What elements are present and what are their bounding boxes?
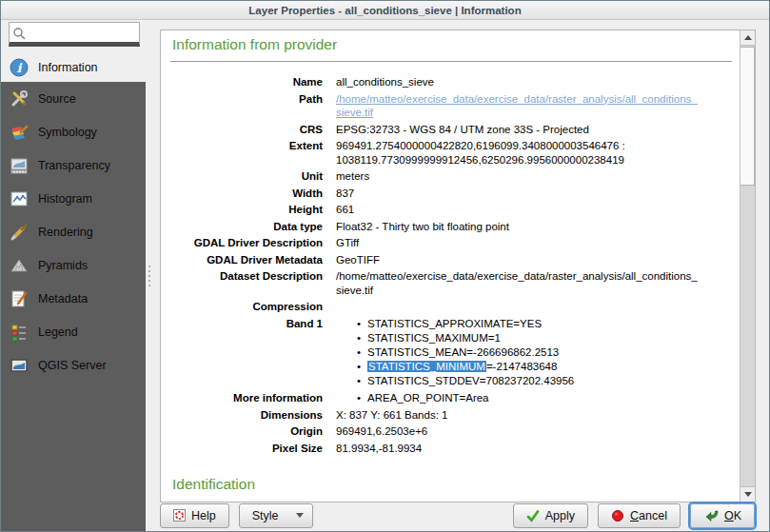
scroll-down-button[interactable] <box>740 486 755 502</box>
sidebar-item-label: QGIS Server <box>38 359 107 372</box>
sidebar-item-source[interactable]: Source <box>1 82 146 115</box>
property-label: Dimensions <box>168 408 323 423</box>
sidebar-item-label: Pyramids <box>38 259 88 272</box>
property-label: Band 1 <box>168 317 323 388</box>
style-button[interactable]: Style <box>239 503 313 528</box>
statistic-item: STATISTICS_APPROXIMATE=YES <box>367 317 574 331</box>
property-label: Name <box>168 75 323 89</box>
sidebar-item-transparency[interactable]: Transparency <box>1 148 146 182</box>
sidebar-item-label: Symbology <box>38 126 97 139</box>
sidebar-item-information[interactable]: i Information <box>1 53 146 82</box>
property-value: 969491.2754000000422820,6196099.34080000… <box>336 139 700 167</box>
sidebar-item-histogram[interactable]: Histogram <box>1 182 146 215</box>
statistic-item: STATISTICS_STDDEV=708237202.43956 <box>367 374 574 388</box>
apply-button[interactable]: Apply <box>513 503 588 528</box>
style-label: Style <box>252 509 279 522</box>
source-icon <box>10 89 29 108</box>
property-row: CRS EPSG:32733 - WGS 84 / UTM zone 33S -… <box>168 123 734 137</box>
sidebar-item-label: Transparency <box>38 159 110 172</box>
property-value: STATISTICS_APPROXIMATE=YES STATISTICS_MA… <box>336 317 574 388</box>
sidebar-splitter-handle[interactable] <box>148 266 151 294</box>
sidebar-item-metadata[interactable]: Metadata <box>1 282 146 315</box>
help-icon <box>173 509 186 522</box>
window-title: Layer Properties - all_conditions_sieve … <box>1 1 769 20</box>
ok-label: OK <box>724 509 741 522</box>
path-link[interactable]: /home/matteo/exercise_data/exercise_data… <box>336 93 698 119</box>
property-row: Height 661 <box>168 203 734 217</box>
more-information-item: AREA_OR_POINT=Area <box>367 391 489 405</box>
ok-button[interactable]: OK <box>690 503 755 528</box>
statistic-item: STATISTICS_MAXIMUM=1 <box>367 331 574 345</box>
sidebar-item-label: Legend <box>38 325 78 339</box>
property-row-band1: Band 1 STATISTICS_APPROXIMATE=YES STATIS… <box>168 317 734 388</box>
scrollbar-thumb[interactable] <box>740 47 755 186</box>
layer-properties-dialog: Layer Properties - all_conditions_sieve … <box>0 0 770 532</box>
property-value: meters <box>336 169 369 184</box>
checkmark-icon <box>526 509 540 522</box>
sidebar-search-input[interactable] <box>9 22 140 47</box>
sidebar-item-qgis-server[interactable]: QGIS Server <box>1 348 146 382</box>
dialog-button-bar: Help Style Apply Cancel <box>160 502 755 528</box>
property-row: Pixel Size 81.9934,-81.9934 <box>168 442 734 456</box>
section-heading-provider: Information from provider <box>172 36 734 53</box>
property-value: GeoTIFF <box>336 253 380 267</box>
sidebar-item-legend[interactable]: Legend <box>1 315 146 348</box>
qgis-server-icon <box>10 356 29 375</box>
rendering-icon <box>10 223 29 242</box>
property-row: GDAL Driver Metadata GeoTIFF <box>168 253 734 267</box>
property-value: /home/matteo/exercise_data/exercise_data… <box>336 269 700 297</box>
sidebar-item-label: Metadata <box>38 292 88 305</box>
scroll-up-button[interactable] <box>740 30 755 46</box>
cancel-button[interactable]: Cancel <box>598 503 681 528</box>
property-value: 661 <box>336 203 354 217</box>
help-button[interactable]: Help <box>160 503 229 528</box>
property-value: AREA_OR_POINT=Area <box>336 391 489 405</box>
band1-statistics-list: STATISTICS_APPROXIMATE=YES STATISTICS_MA… <box>336 317 574 388</box>
property-value: all_conditions_sieve <box>336 75 434 89</box>
property-label: Data type <box>168 220 323 234</box>
vertical-scrollbar[interactable] <box>740 30 755 502</box>
property-row: More information AREA_OR_POINT=Area <box>168 391 734 405</box>
property-label: GDAL Driver Metadata <box>168 253 323 267</box>
property-row: Extent 969491.2754000000422820,6196099.3… <box>168 139 734 167</box>
property-value: 837 <box>336 187 354 201</box>
ok-arrow-icon <box>703 508 719 522</box>
property-label: Height <box>168 203 323 217</box>
cancel-label: Cancel <box>630 509 667 522</box>
cancel-rest: ancel <box>639 509 667 522</box>
pyramids-icon <box>10 256 29 275</box>
cancel-mnemonic: C <box>630 509 639 522</box>
property-label: Extent <box>168 139 323 167</box>
apply-label: Apply <box>545 509 575 522</box>
information-panel: Information from provider Name all_condi… <box>160 30 756 502</box>
property-label: Width <box>168 187 323 201</box>
property-row: Dimensions X: 837 Y: 661 Bands: 1 <box>168 408 734 423</box>
metadata-icon <box>10 289 29 308</box>
property-label: CRS <box>168 123 323 137</box>
property-row: Compression <box>168 300 734 314</box>
arrow-up-icon <box>744 35 752 40</box>
arrow-down-icon <box>744 492 752 497</box>
property-value: 969491,6.2503e+6 <box>336 424 427 439</box>
property-value: EPSG:32733 - WGS 84 / UTM zone 33S - Pro… <box>336 123 589 137</box>
legend-icon <box>10 323 29 342</box>
transparency-icon <box>10 156 29 175</box>
property-label: Compression <box>168 300 323 314</box>
property-row: Data type Float32 - Thirty two bit float… <box>168 220 734 234</box>
sidebar-search <box>9 22 140 47</box>
properties-sidebar: i Information Source Symbology <box>1 53 146 531</box>
sidebar-item-symbology[interactable]: Symbology <box>1 115 146 148</box>
property-value: /home/matteo/exercise_data/exercise_data… <box>336 92 700 120</box>
heading-divider <box>170 61 732 62</box>
property-row: Dataset Description /home/matteo/exercis… <box>168 269 734 297</box>
property-value: X: 837 Y: 661 Bands: 1 <box>336 408 447 423</box>
sidebar-item-pyramids[interactable]: Pyramids <box>1 248 146 282</box>
property-value: 81.9934,-81.9934 <box>336 442 422 456</box>
sidebar-item-label: Histogram <box>38 192 92 206</box>
ok-rest: K <box>734 509 741 522</box>
sidebar-item-label: Rendering <box>38 226 93 239</box>
information-icon: i <box>10 58 29 77</box>
sidebar-item-label: Source <box>38 92 76 106</box>
sidebar-item-rendering[interactable]: Rendering <box>1 215 146 248</box>
property-row: GDAL Driver Description GTiff <box>168 236 734 250</box>
